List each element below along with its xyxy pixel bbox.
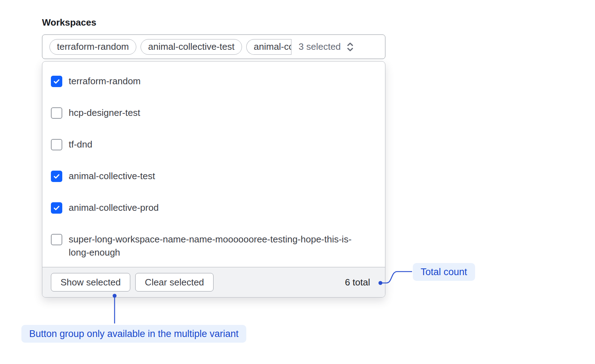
option-checkbox[interactable] <box>51 234 62 245</box>
super-select-trigger[interactable]: terraform-random animal-collective-test … <box>42 34 385 59</box>
check-icon <box>53 204 60 212</box>
option-row[interactable]: tf-dnd <box>51 139 377 151</box>
check-icon <box>53 77 60 85</box>
tag-pill-clipped: animal-collective-prod <box>246 39 291 55</box>
tag-pill: terraform-random <box>49 39 136 55</box>
selected-count: 3 selected <box>299 41 341 52</box>
page: Workspaces terraform-random animal-colle… <box>0 0 595 364</box>
option-checkbox[interactable] <box>51 202 62 214</box>
option-label: animal-collective-test <box>69 170 155 183</box>
dropdown-panel: terraform-random hcp-designer-test tf-dn… <box>42 61 385 298</box>
option-row[interactable]: hcp-designer-test <box>51 107 377 119</box>
option-label: terraform-random <box>69 75 141 88</box>
option-checkbox[interactable] <box>51 107 62 119</box>
option-checkbox[interactable] <box>51 171 62 182</box>
tag-pill: animal-collective-test <box>141 39 242 55</box>
option-checkbox[interactable] <box>51 76 62 87</box>
option-label: super-long-workspace-name-name-moooooore… <box>69 233 353 259</box>
show-selected-button[interactable]: Show selected <box>51 273 130 291</box>
clear-selected-button[interactable]: Clear selected <box>135 273 214 291</box>
option-label: animal-collective-prod <box>69 201 159 214</box>
total-count-annotation: Total count <box>413 263 475 281</box>
check-icon <box>53 172 60 180</box>
caret-sort-icon <box>345 41 355 53</box>
option-row[interactable]: animal-collective-test <box>51 171 377 183</box>
option-label: hcp-designer-test <box>69 106 140 119</box>
workspaces-label: Workspaces <box>42 17 96 28</box>
button-group-annotation: Button group only available in the multi… <box>21 325 246 343</box>
listbox-footer: Show selected Clear selected 6 total <box>42 267 385 297</box>
option-row[interactable]: terraform-random <box>51 76 377 88</box>
listbox: terraform-random hcp-designer-test tf-dn… <box>42 61 385 267</box>
option-label: tf-dnd <box>69 138 93 151</box>
option-row[interactable]: super-long-workspace-name-name-moooooore… <box>51 234 377 259</box>
option-checkbox[interactable] <box>51 139 62 150</box>
total-count-text: 6 total <box>345 277 370 288</box>
option-row[interactable]: animal-collective-prod <box>51 202 377 214</box>
